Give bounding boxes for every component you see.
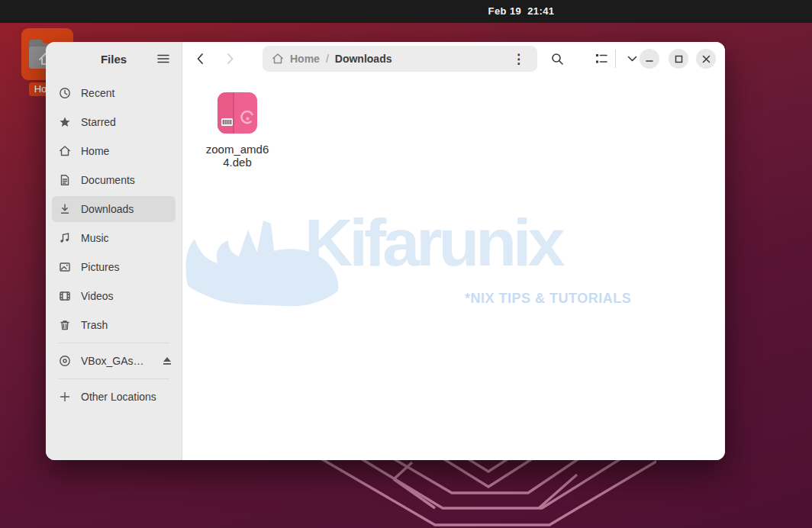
starred-icon — [58, 115, 72, 129]
sidebar-item-label: Videos — [81, 290, 114, 302]
sidebar-item-label: Recent — [81, 87, 114, 99]
hamburger-icon — [157, 53, 169, 64]
sidebar-item-label: Pictures — [81, 261, 120, 273]
sidebar: Files Recent Starred — [46, 42, 182, 460]
sidebar-item-label: Home — [81, 145, 109, 157]
pictures-icon — [58, 260, 72, 274]
trash-icon — [58, 318, 72, 332]
sidebar-item-label: Trash — [81, 319, 108, 331]
recent-icon — [58, 86, 72, 100]
minimize-button[interactable] — [640, 49, 659, 69]
sidebar-item-videos[interactable]: Videos — [52, 283, 176, 309]
toolbar-divider — [615, 50, 616, 68]
file-grid: zoom_amd64.deb Kifarunix *NIX TIPS & TUT… — [182, 76, 725, 460]
sidebar-item-label: Downloads — [81, 203, 134, 215]
sidebar-item-trash[interactable]: Trash — [52, 312, 176, 338]
sidebar-item-label: Other Locations — [81, 391, 156, 403]
file-item-zoom-deb[interactable]: zoom_amd64.deb — [202, 91, 272, 169]
watermark-brand: Kifarunix — [304, 204, 561, 282]
list-view-icon — [595, 53, 607, 64]
sidebar-separator — [58, 378, 169, 379]
sidebar-item-label: VBox_GAs… — [81, 355, 143, 367]
sidebar-separator — [58, 343, 169, 343]
sidebar-item-other-locations[interactable]: Other Locations — [52, 384, 176, 410]
close-icon — [702, 55, 710, 63]
documents-icon — [58, 173, 72, 187]
sidebar-item-documents[interactable]: Documents — [52, 167, 176, 193]
sidebar-item-vbox-device[interactable]: VBox_GAs… — [52, 348, 176, 374]
sidebar-item-downloads[interactable]: Downloads — [52, 196, 176, 222]
forward-button[interactable] — [218, 46, 243, 72]
videos-icon — [58, 289, 72, 303]
breadcrumb: Home / Downloads ⋮ — [263, 46, 537, 72]
sidebar-item-pictures[interactable]: Pictures — [52, 254, 176, 280]
home-icon — [272, 53, 284, 65]
sidebar-item-home[interactable]: Home — [52, 138, 176, 164]
headerbar: Home / Downloads ⋮ — [182, 42, 725, 76]
chevron-left-icon — [196, 53, 204, 65]
deb-package-icon — [215, 91, 259, 135]
back-button[interactable] — [187, 46, 213, 72]
minimize-icon — [646, 55, 653, 63]
music-icon — [58, 231, 72, 245]
view-toggle-button[interactable] — [588, 46, 614, 72]
breadcrumb-current[interactable]: Downloads — [335, 53, 392, 65]
maximize-icon — [675, 55, 683, 63]
breadcrumb-separator: / — [326, 53, 329, 65]
disc-icon — [58, 354, 72, 368]
eject-button[interactable] — [162, 352, 172, 370]
sidebar-item-label: Starred — [81, 116, 116, 128]
main-pane: Home / Downloads ⋮ — [182, 42, 725, 460]
kifarunix-watermark: Kifarunix *NIX TIPS & TUTORIALS — [184, 213, 642, 316]
clock[interactable]: Feb 19 21:41 — [488, 5, 555, 17]
sidebar-list: Recent Starred Home Documents — [46, 76, 182, 413]
chevron-right-icon — [227, 53, 234, 65]
search-icon — [551, 53, 564, 66]
eject-icon — [162, 356, 172, 365]
sidebar-item-label: Music — [81, 232, 109, 244]
sidebar-header: Files — [46, 42, 182, 76]
watermark-tagline: *NIX TIPS & TUTORIALS — [465, 291, 631, 307]
maximize-button[interactable] — [669, 49, 688, 69]
search-button[interactable] — [544, 46, 570, 72]
breadcrumb-home[interactable]: Home — [290, 53, 320, 65]
top-panel: Feb 19 21:41 — [0, 0, 812, 23]
sidebar-item-recent[interactable]: Recent — [52, 80, 176, 106]
plus-icon — [58, 390, 72, 404]
wallpaper-pattern — [321, 452, 656, 528]
file-name: zoom_amd64.deb — [204, 143, 271, 169]
sidebar-item-music[interactable]: Music — [52, 225, 176, 251]
sidebar-item-starred[interactable]: Starred — [52, 109, 176, 135]
close-button[interactable] — [696, 49, 716, 69]
app-title: Files — [101, 53, 127, 66]
downloads-icon — [58, 202, 72, 216]
sidebar-item-label: Documents — [81, 174, 135, 186]
files-window: Files Recent Starred — [46, 42, 725, 460]
rhino-logo — [184, 213, 375, 316]
kebab-menu-icon[interactable]: ⋮ — [509, 51, 528, 67]
home-icon — [58, 144, 72, 158]
chevron-down-icon — [627, 56, 637, 62]
hamburger-menu-button[interactable] — [153, 48, 174, 69]
